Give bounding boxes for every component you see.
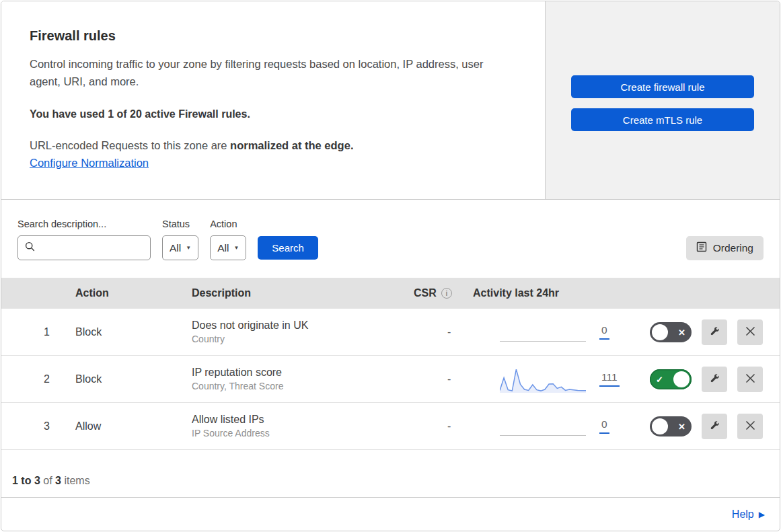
close-icon [745,326,755,338]
activity-sparkline [500,317,586,348]
rule-activity-cell: 0 [473,317,636,348]
search-icon [25,241,35,254]
delete-rule-button[interactable] [737,319,763,345]
search-input-wrapper [17,235,151,260]
check-icon: ✓ [656,374,663,384]
activity-count-link[interactable]: 0 [599,324,609,340]
action-label: Action [210,219,246,229]
edit-rule-button[interactable] [702,367,727,392]
rule-fields: IP Source Address [192,428,414,439]
ordering-button-label: Ordering [713,242,753,254]
create-firewall-rule-button[interactable]: Create firewall rule [571,75,754,98]
action-dropdown-value: All [217,242,229,254]
chevron-down-icon: ▼ [233,245,239,251]
filter-bar: Search description... Status All ▼ Actio… [1,200,780,278]
x-icon: ✕ [678,327,685,337]
rule-action: Block [75,373,192,385]
search-input[interactable] [40,241,143,254]
arrow-right-icon: ▶ [759,510,765,519]
delete-rule-button[interactable] [737,414,763,439]
rule-description-cell: Allow listed IPs IP Source Address [192,414,414,439]
close-icon [745,420,755,432]
of-word: of [43,475,52,486]
close-icon [745,373,755,385]
activity-count-link[interactable]: 111 [599,371,620,387]
activity-sparkline [500,364,586,395]
rule-action: Block [75,326,192,338]
edit-rule-button[interactable] [702,414,727,439]
delete-rule-button[interactable] [737,367,763,392]
table-row: 2 Block IP reputation score Country, Thr… [1,356,780,403]
header-section: Firewall rules Control incoming traffic … [1,1,780,200]
table-header: Action Description CSR i Activity last 2… [1,278,780,309]
rule-controls: ✓ ✕ [636,367,780,392]
items-range: 1 to 3 [12,475,40,486]
rule-description: IP reputation score [192,367,414,379]
activity-count-link[interactable]: 0 [599,418,609,434]
rule-activity-cell: 0 [473,411,636,442]
status-filter-group: Status All ▼ [162,219,198,260]
table-row: 1 Block Does not originate in UK Country… [1,309,780,356]
rule-csr: - [414,373,473,385]
csr-header-label: CSR [414,287,437,299]
rule-enabled-toggle[interactable]: ✓ ✕ [650,322,692,342]
configure-normalization-link[interactable]: Configure Normalization [30,157,149,169]
search-label: Search description... [17,219,151,229]
list-icon [696,241,707,255]
table-row: 3 Allow Allow listed IPs IP Source Addre… [1,403,780,450]
rule-enabled-toggle[interactable]: ✓ ✕ [650,369,692,389]
toggle-knob [673,371,690,387]
rule-priority: 1 [1,326,75,338]
usage-summary: You have used 1 of 20 active Firewall ru… [30,108,518,120]
wrench-icon [709,420,720,433]
rule-csr: - [414,420,473,432]
ordering-button[interactable]: Ordering [686,236,764,260]
x-icon: ✕ [678,421,685,431]
pagination-summary: 1 to 3 of 3 items [1,450,780,498]
toggle-knob [652,324,668,340]
description-column-header: Description [192,287,414,299]
create-mtls-rule-button[interactable]: Create mTLS rule [571,108,754,131]
status-dropdown-value: All [170,242,181,254]
wrench-icon [709,326,720,339]
header-info-card: Firewall rules Control incoming traffic … [1,1,546,199]
help-link[interactable]: Help ▶ [732,508,765,521]
rule-action: Allow [75,420,192,432]
info-icon[interactable]: i [441,288,452,299]
page-description: Control incoming traffic to your zone by… [30,56,509,90]
wrench-icon [709,373,720,386]
rule-controls: ✓ ✕ [636,319,780,345]
normalization-text: URL-encoded Requests to this zone are [30,139,230,151]
normalization-note: URL-encoded Requests to this zone are no… [30,139,518,152]
action-column-header: Action [75,287,192,299]
activity-flatline [500,435,586,436]
activity-sparkline [500,411,586,442]
rule-description: Does not originate in UK [192,319,414,332]
rule-priority: 2 [1,373,75,385]
firewall-rules-page: Firewall rules Control incoming traffic … [1,1,780,531]
rule-description-cell: Does not originate in UK Country [192,319,414,344]
toggle-knob [652,418,668,434]
items-word: items [64,475,89,486]
chevron-down-icon: ▼ [186,245,191,251]
rule-fields: Country, Threat Score [192,381,414,391]
activity-flatline [500,341,586,342]
help-bar: Help ▶ [1,498,780,531]
edit-rule-button[interactable] [702,319,727,345]
rule-enabled-toggle[interactable]: ✓ ✕ [650,416,692,436]
search-group: Search description... [17,219,151,260]
activity-column-header: Activity last 24hr [473,287,636,299]
action-filter-group: Action All ▼ [210,219,246,260]
csr-column-header: CSR i [414,287,473,299]
search-button[interactable]: Search [258,236,318,260]
rule-priority: 3 [1,420,75,432]
rule-description: Allow listed IPs [192,414,414,426]
rule-activity-cell: 111 [473,364,636,395]
action-dropdown[interactable]: All ▼ [210,235,246,260]
page-title: Firewall rules [30,28,518,44]
actions-panel: Create firewall rule Create mTLS rule [546,1,780,199]
items-total: 3 [55,475,61,486]
help-link-label: Help [732,508,754,521]
status-dropdown[interactable]: All ▼ [162,235,198,260]
normalization-bold: normalized at the edge. [230,139,353,151]
